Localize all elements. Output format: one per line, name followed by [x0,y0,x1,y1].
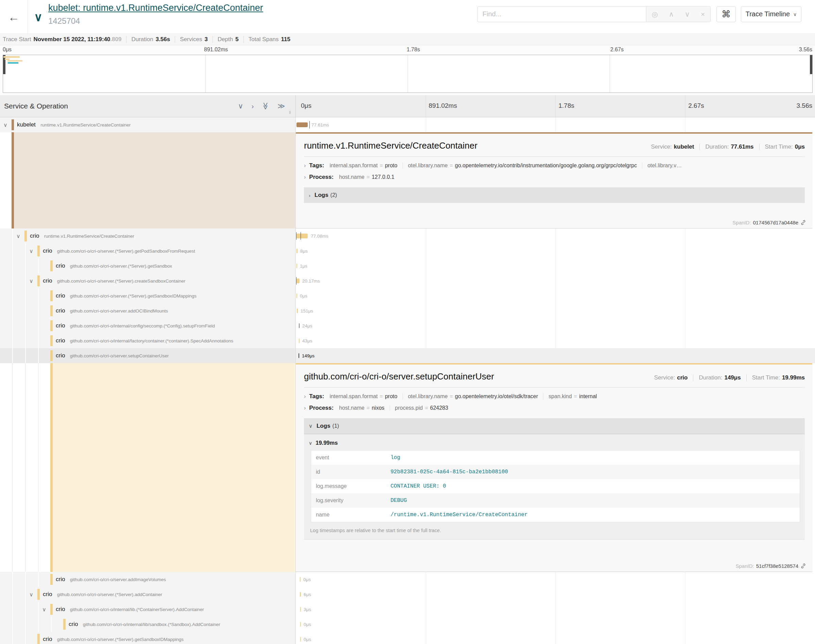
span-row-addimagevolumes[interactable]: crio github.com/cri-o/cri-o/server.addIm… [0,572,815,587]
span-timeline-cell[interactable]: 0μs [296,617,815,632]
timeline-minimap[interactable]: 0μs 891.02ms 1.78s 2.67s 3.56s [0,45,815,95]
span-timeline-cell[interactable]: 8μs [296,244,815,258]
span-timeline-cell[interactable]: 24μs [296,318,815,333]
span-name[interactable]: crio github.com/cri-o/cri-o/server.setup… [56,352,169,359]
span-bar[interactable] [297,308,298,313]
minimap-right-scrub-handle[interactable] [810,55,812,74]
trace-view-selector[interactable]: Trace Timeline ∨ [741,6,801,22]
collapse-one-icon[interactable]: ∨ [238,102,243,110]
locate-icon[interactable]: ◎ [652,10,658,18]
trace-title-link[interactable]: kubelet: runtime.v1.RuntimeService/Creat… [48,3,263,13]
span-name[interactable]: crio github.com/cri-o/cri-o/server.(*Ser… [43,278,185,284]
log-field-row: log.severityDEBUG [311,494,800,508]
span-row-addcontainer[interactable]: ∨ crio github.com/cri-o/cri-o/server.(*S… [0,587,815,602]
link-icon[interactable] [800,220,806,225]
span-row-crio-createcontainer[interactable]: ∨ crio runtime.v1.RuntimeService/CreateC… [0,228,815,244]
timeline-tick: 891.02ms [429,102,457,109]
span-name[interactable]: crio runtime.v1.RuntimeService/CreateCon… [30,233,134,239]
find-clear-icon[interactable]: × [701,10,705,18]
span-bar[interactable] [300,637,301,642]
find-next-icon[interactable]: ∨ [685,10,690,18]
span-bar[interactable] [297,279,300,283]
span-name[interactable]: crio github.com/cri-o/cri-o/server.(*Ser… [56,293,196,299]
process-label: Process: [309,405,334,411]
expand-one-icon[interactable]: › [251,102,254,110]
span-row-kubelet-createcontainer[interactable]: ∨ kubelet runtime.v1.RuntimeService/Crea… [0,117,815,132]
span-bar[interactable] [297,264,297,268]
span-timeline-cell[interactable]: 77.08ms [296,228,815,244]
span-row-setupcontaineruser[interactable]: crio github.com/cri-o/cri-o/server.setup… [0,348,815,363]
span-bar[interactable] [300,622,301,627]
span-row-getsandboxidmappings-2[interactable]: crio github.com/cri-o/cri-o/server.(*Ser… [0,632,815,644]
span-name[interactable]: kubelet runtime.v1.RuntimeService/Create… [17,121,130,128]
span-row-getsandbox[interactable]: crio github.com/cri-o/cri-o/server.(*Ser… [0,258,815,273]
span-row-specaddannotations[interactable]: crio github.com/cri-o/cri-o/internal/fac… [0,333,815,348]
logs-accordion[interactable]: › Logs (2) [304,187,805,203]
tag-item: otel.library.v… [642,163,682,169]
span-timeline-cell[interactable]: 0μs [296,632,815,644]
span-row-getsandboxidmappings[interactable]: crio github.com/cri-o/cri-o/server.(*Ser… [0,288,815,303]
span-collapse-icon[interactable]: ∨ [3,122,8,128]
tags-accordion[interactable]: › Tags: internal.span.format=proto otel.… [304,389,805,401]
span-bar[interactable] [297,123,308,127]
span-bar[interactable] [300,577,300,582]
expand-all-icon[interactable]: ≫ [277,102,285,110]
tag-item: otel.library.name=go.opentelemetry.io/co… [403,163,637,169]
span-name[interactable]: crio github.com/cri-o/cri-o/server.(*Ser… [43,248,195,255]
span-bar[interactable] [300,607,301,612]
back-button[interactable]: ← [0,0,28,34]
span-collapse-icon[interactable]: ∨ [29,591,33,598]
span-bar[interactable] [299,324,300,328]
span-timeline-cell[interactable]: 3μs [296,602,815,617]
span-row-createsandboxcontainer[interactable]: ∨ crio github.com/cri-o/cri-o/server.(*S… [0,273,815,288]
span-timeline-cell[interactable]: 0μs [296,288,815,303]
span-collapse-icon[interactable]: ∨ [16,233,20,239]
process-accordion[interactable]: › Process: host.name=127.0.0.1 [304,170,805,182]
span-name[interactable]: crio github.com/cri-o/cri-o/internal/fac… [56,337,233,344]
span-timeline-cell[interactable]: 77.61ms [296,117,815,132]
minimap-left-scrub-handle[interactable] [3,55,5,74]
span-timeline-cell[interactable]: 151μs [296,303,815,318]
span-bar[interactable] [299,353,299,358]
span-row-seccomp-setupfromfield[interactable]: crio github.com/cri-o/cri-o/internal/con… [0,318,815,333]
span-name[interactable]: crio github.com/cri-o/cri-o/server.addIm… [56,576,166,583]
span-name[interactable]: crio github.com/cri-o/cri-o/server.(*Ser… [56,262,172,269]
span-collapse-icon[interactable]: ∨ [42,606,46,613]
span-name[interactable]: crio github.com/cri-o/cri-o/server.(*Ser… [43,591,162,598]
span-name[interactable]: crio github.com/cri-o/cri-o/server.addOC… [56,307,168,314]
process-accordion[interactable]: › Process: host.name=nixos process.pid=6… [304,401,805,413]
span-name[interactable]: crio github.com/cri-o/cri-o/server.(*Ser… [43,636,184,642]
span-row-addocibindmounts[interactable]: crio github.com/cri-o/cri-o/server.addOC… [0,303,815,318]
span-timeline-cell[interactable]: 6μs [296,587,815,602]
span-timeline-cell[interactable]: 149μs [296,348,815,363]
span-timeline-cell[interactable]: 0μs [296,572,815,587]
span-collapse-icon[interactable]: ∨ [29,248,33,255]
log-entry-toggle[interactable]: ∨19.99ms [308,435,801,450]
span-bar[interactable] [299,338,300,343]
column-resize-handle[interactable]: ‖ [289,110,291,115]
collapse-all-icon[interactable]: ≫ [262,102,270,110]
services-label: Services [180,36,202,43]
find-input[interactable] [477,6,646,22]
span-bar[interactable] [297,293,297,298]
span-row-containerserver-addcontainer[interactable]: ∨ crio github.com/cri-o/cri-o/internal/l… [0,602,815,617]
span-name[interactable]: crio github.com/cri-o/cri-o/internal/lib… [69,621,220,628]
minimap-canvas[interactable] [3,55,813,93]
span-row-sandbox-addcontainer[interactable]: crio github.com/cri-o/cri-o/internal/lib… [0,617,815,632]
span-name[interactable]: crio github.com/cri-o/cri-o/internal/con… [56,322,215,329]
span-timeline-cell[interactable]: 1μs [296,258,815,273]
span-timeline-cell[interactable]: 20.17ms [296,273,815,288]
span-name[interactable]: crio github.com/cri-o/cri-o/internal/lib… [56,606,204,613]
span-collapse-icon[interactable]: ∨ [29,278,33,284]
link-icon[interactable] [800,563,806,569]
find-prev-icon[interactable]: ∧ [669,10,674,18]
span-bar[interactable] [297,234,308,238]
trace-title-collapse-icon[interactable]: ∨ [34,10,43,24]
span-bar[interactable] [300,592,301,597]
keyboard-shortcuts-button[interactable]: ⌘ [716,6,736,22]
span-timeline-cell[interactable]: 43μs [296,333,815,348]
span-bar[interactable] [297,248,297,253]
span-row-getpodsandboxfromrequest[interactable]: ∨ crio github.com/cri-o/cri-o/server.(*S… [0,244,815,258]
tags-accordion[interactable]: › Tags: internal.span.format=proto otel.… [304,159,805,170]
logs-accordion[interactable]: ∨ Logs (1) [304,418,805,434]
